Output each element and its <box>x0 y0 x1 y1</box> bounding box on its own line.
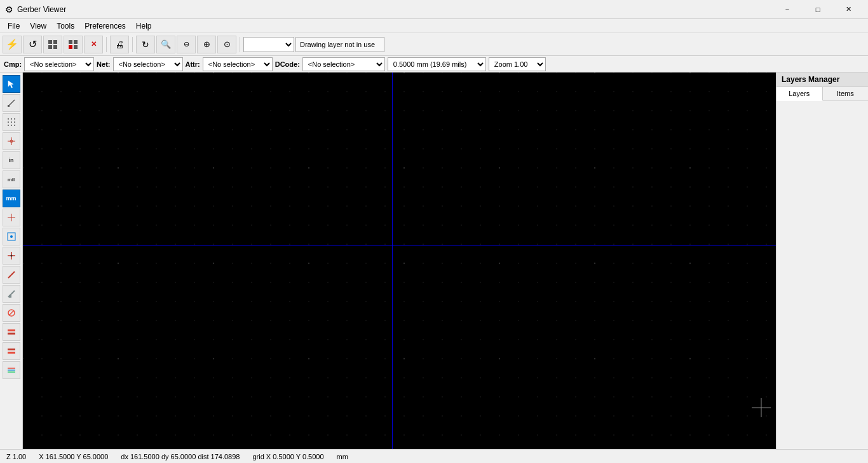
left-toolbar: in mil mm <box>0 73 23 449</box>
dcode-label: DCode: <box>275 60 300 68</box>
grid-tool-button[interactable] <box>3 228 20 245</box>
svg-point-17 <box>11 125 12 126</box>
svg-line-29 <box>8 272 15 278</box>
svg-rect-34 <box>8 329 15 331</box>
svg-rect-1 <box>53 40 57 44</box>
menu-view[interactable]: View <box>25 20 51 32</box>
unit-mm-button[interactable]: mm <box>3 190 20 207</box>
grid-button[interactable] <box>3 113 20 131</box>
right-panel: Layers Manager Layers Items <box>776 73 868 449</box>
statusbar: Z 1.00 X 161.5000 Y 65.0000 dx 161.5000 … <box>0 449 868 463</box>
svg-point-12 <box>14 118 15 120</box>
zoom-fit-button[interactable]: ⊕ <box>197 36 216 53</box>
cmp-label: Cmp: <box>4 60 22 68</box>
status-grid: grid X 0.5000 Y 0.5000 <box>252 453 323 460</box>
layer-tool1-button[interactable] <box>3 323 20 341</box>
status-zoom: Z 1.00 <box>6 453 26 460</box>
svg-rect-35 <box>8 333 15 335</box>
menu-tools[interactable]: Tools <box>51 20 79 32</box>
draw-line-button[interactable] <box>3 94 20 112</box>
status-coords: X 161.5000 Y 65.0000 <box>39 453 108 460</box>
svg-point-28 <box>10 255 12 257</box>
minimize-button[interactable]: − <box>773 0 802 19</box>
lines-button[interactable] <box>3 361 20 379</box>
svg-rect-2 <box>48 45 52 49</box>
svg-rect-36 <box>8 349 15 350</box>
tool3-button[interactable] <box>43 36 62 53</box>
dcode-dropdown[interactable]: <No selection> <box>302 57 385 71</box>
svg-rect-6 <box>69 45 72 49</box>
grid-dropdown[interactable]: 0.5000 mm (19.69 mils) <box>388 57 486 71</box>
toolbar-sep3 <box>240 37 240 52</box>
crosshair-button[interactable] <box>3 132 20 150</box>
menu-preferences[interactable]: Preferences <box>79 20 131 32</box>
titlebar: ⚙ Gerber Viewer − □ ✕ <box>0 0 868 19</box>
svg-point-14 <box>11 121 12 123</box>
select-tool-button[interactable] <box>3 75 20 93</box>
app-icon: ⚙ <box>5 4 13 15</box>
redo-button[interactable]: ↻ <box>136 36 155 53</box>
unit-mil-button[interactable]: mil <box>3 170 20 188</box>
status-unit: mm <box>337 453 348 460</box>
unit-in-button[interactable]: in <box>3 151 20 169</box>
selection-bar: Cmp: <No selection> Net: <No selection> … <box>0 56 868 73</box>
svg-point-25 <box>10 235 13 238</box>
svg-point-18 <box>14 125 15 126</box>
svg-point-16 <box>8 125 9 126</box>
slash1-button[interactable] <box>3 266 20 284</box>
panel-title: Layers Manager <box>776 73 868 87</box>
maximize-button[interactable]: □ <box>803 0 832 19</box>
canvas-grid <box>23 73 776 449</box>
svg-rect-3 <box>53 45 57 49</box>
crosshair-horizontal <box>23 245 776 246</box>
svg-rect-52 <box>23 73 776 449</box>
svg-rect-37 <box>8 352 15 354</box>
svg-rect-7 <box>74 45 78 49</box>
no-button[interactable] <box>3 304 20 322</box>
close-button[interactable]: ✕ <box>834 0 863 19</box>
svg-line-33 <box>9 310 14 315</box>
toolbar-sep1 <box>106 37 107 52</box>
attr-dropdown[interactable]: <No selection> <box>203 57 273 71</box>
origin-button[interactable] <box>3 209 20 226</box>
tab-layers[interactable]: Layers <box>776 87 823 101</box>
zoom-reset-button[interactable]: ⊙ <box>217 36 236 53</box>
menu-file[interactable]: File <box>3 20 25 32</box>
menubar: File View Tools Preferences Help <box>0 19 868 33</box>
svg-rect-4 <box>69 40 72 44</box>
layer-tool2-button[interactable] <box>3 342 20 360</box>
zoom-dropdown[interactable]: Zoom 1.00 <box>489 57 546 71</box>
layer-dropdown[interactable] <box>243 37 294 52</box>
net-dropdown[interactable]: <No selection> <box>113 57 183 71</box>
tool5-button[interactable]: ✕ <box>84 36 103 53</box>
print-button[interactable]: 🖨 <box>110 36 129 53</box>
menu-help[interactable]: Help <box>131 20 157 32</box>
svg-point-11 <box>11 118 12 120</box>
status-delta: dx 161.5000 dy 65.0000 dist 174.0898 <box>121 453 240 460</box>
app-title: Gerber Viewer <box>17 5 66 14</box>
toolbar: ⚡ ↺ ✕ 🖨 ↻ 🔍 ⊖ ⊕ ⊙ Drawing layer not in u… <box>0 33 868 56</box>
undo-button[interactable]: ↺ <box>23 36 42 53</box>
tab-items[interactable]: Items <box>823 87 869 100</box>
main-area: in mil mm <box>0 73 868 449</box>
zoom-in-button[interactable]: 🔍 <box>156 36 175 53</box>
zoom-out-button[interactable]: ⊖ <box>177 36 196 53</box>
mini-crosshair <box>752 398 771 417</box>
svg-rect-5 <box>74 40 78 44</box>
attr-label: Attr: <box>186 60 200 68</box>
add-button[interactable] <box>3 247 20 265</box>
cmp-dropdown[interactable]: <No selection> <box>24 57 94 71</box>
new-button[interactable]: ⚡ <box>3 36 22 53</box>
svg-rect-9 <box>8 105 10 107</box>
toolbar-sep2 <box>132 37 133 52</box>
tool4-button[interactable] <box>64 36 83 53</box>
net-label: Net: <box>97 60 110 68</box>
window-controls: − □ ✕ <box>773 0 863 19</box>
svg-rect-0 <box>48 40 52 44</box>
svg-point-10 <box>8 118 9 120</box>
canvas-area[interactable] <box>23 73 776 449</box>
svg-rect-31 <box>9 295 11 298</box>
slash2-button[interactable] <box>3 285 20 303</box>
drawing-layer-status: Drawing layer not in use <box>295 37 384 52</box>
panel-tabs: Layers Items <box>776 87 868 101</box>
